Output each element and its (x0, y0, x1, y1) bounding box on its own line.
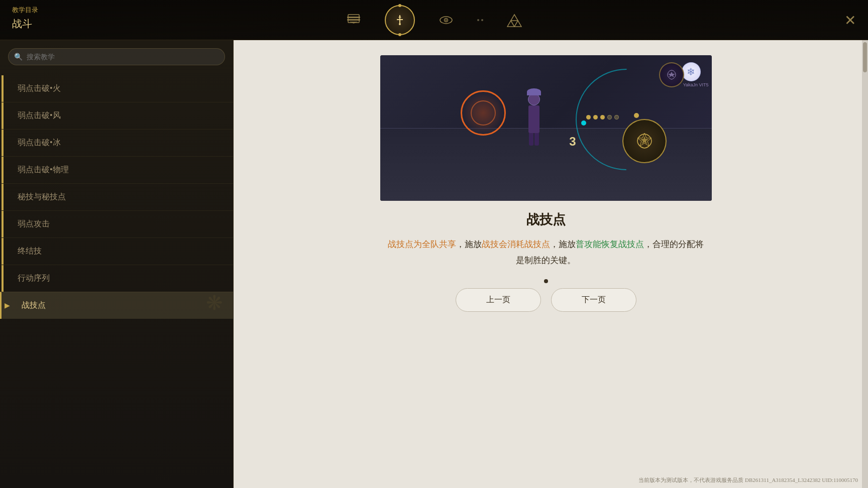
menu-item-border (2, 102, 4, 129)
books-nav-icon[interactable] (343, 9, 365, 31)
menu-item-skill[interactable]: 秘技与秘技点 (0, 183, 233, 210)
skill-dot-2 (593, 115, 598, 119)
menu-item-border (2, 157, 4, 183)
char-legs (529, 133, 539, 146)
tutorial-image: 3 ❄ YakaJn VIT5 (380, 55, 712, 201)
skill-dots-row (586, 115, 619, 119)
point-dot-cyan (581, 120, 586, 126)
search-icon: 🔍 (14, 53, 23, 61)
skill-dot-3 (600, 115, 605, 119)
menu-item-ult[interactable]: 终结技 (0, 237, 233, 265)
content-text: 战技点为全队共享，施放战技会消耗战技点，施放普攻能恢复战技点，合理的分配将是制胜… (385, 236, 707, 269)
menu-item-label: 弱点击破•火 (14, 83, 61, 94)
category-label: 教学目录 (12, 6, 38, 14)
menu-item-physical[interactable]: 弱点击破•物理 (0, 156, 233, 183)
version-info: 当前版本为测试版本，不代表游戏服务品质 DB261311_A3182354_L3… (638, 476, 858, 484)
char-body (528, 105, 539, 133)
menu-item-weak-attack[interactable]: 弱点攻击 (0, 210, 233, 237)
menu-item-label: 弱点攻击 (14, 219, 50, 229)
menu-item-skill-point[interactable]: ▶ 战技点 ❋ (0, 292, 233, 319)
menu-item-label: 秘技与秘技点 (14, 192, 66, 202)
menu-item-ice[interactable]: 弱点击破•冰 (0, 129, 233, 156)
skill-circle (622, 119, 667, 163)
prev-button[interactable]: 上一页 (456, 288, 541, 312)
top-bar: 教学目录 战斗 (0, 0, 868, 40)
page-indicators (544, 279, 548, 283)
nav-icon-group (343, 5, 525, 35)
menu-item-fire[interactable]: 弱点击破•火 (0, 75, 233, 102)
char-avatar (659, 62, 684, 87)
menu-item-label: 行动序列 (14, 273, 50, 284)
page-dot-1 (544, 279, 548, 283)
sidebar: 🔍 弱点击破•火 弱点击破•风 弱点击破•冰 弱点击破•物理 (0, 40, 234, 488)
char-hair (527, 88, 541, 95)
close-button[interactable]: ✕ (844, 12, 856, 28)
text-normal-restore: 普攻能恢复战技点 (576, 239, 644, 249)
search-box: 🔍 (8, 48, 225, 65)
scrollbar-thumb[interactable] (863, 42, 867, 72)
snowflake-icon: ❄ (687, 66, 695, 78)
svg-rect-1 (347, 19, 360, 21)
text-comma1: ，施放 (456, 239, 482, 249)
skill-icon-svg (633, 130, 656, 152)
menu-item-label: 弱点击破•物理 (14, 165, 69, 175)
menu-item-action-order[interactable]: 行动序列 (0, 265, 233, 292)
search-input[interactable] (8, 48, 225, 65)
breadcrumb: 教学目录 战斗 (12, 5, 38, 32)
scrollbar-track[interactable] (862, 40, 868, 488)
menu-item-border (2, 130, 4, 156)
menu-item-label: 弱点击破•风 (14, 110, 61, 121)
text-comma2: ，施放 (550, 239, 576, 249)
menu-item-border (2, 265, 4, 292)
next-button[interactable]: 下一页 (551, 288, 636, 312)
menu-item-wind[interactable]: 弱点击破•风 (0, 102, 233, 129)
menu-item-active-arrow: ▶ (5, 301, 10, 310)
char-avatar-icon (665, 68, 678, 81)
menu-item-border (2, 184, 4, 210)
nav-separator (477, 19, 483, 21)
point-dot-gold (634, 113, 639, 118)
text-shared-label: 战技点为全队共享 (388, 239, 456, 249)
menu-item-border (2, 211, 4, 237)
menu-item-watermark: ❋ (206, 291, 223, 315)
eye-nav-icon[interactable] (435, 9, 457, 31)
triforce-nav-icon[interactable] (503, 9, 525, 31)
skill-count: 3 (569, 135, 576, 149)
text-skill-consume: 战技会消耗战技点 (482, 239, 550, 249)
content-panel: 3 ❄ YakaJn VIT5 (234, 40, 868, 488)
sword-nav-icon[interactable] (385, 5, 415, 35)
character-figure (527, 86, 541, 146)
svg-point-7 (399, 23, 401, 25)
svg-marker-12 (507, 21, 514, 27)
skill-dot-5 (614, 115, 619, 119)
target-inner-circle (471, 100, 496, 126)
svg-marker-13 (514, 21, 521, 27)
game-scene: 3 ❄ YakaJn VIT5 (380, 55, 712, 201)
content-title: 战技点 (526, 211, 566, 228)
menu-item-border (2, 75, 4, 102)
skill-dot-4 (607, 115, 612, 119)
menu-item-label: 弱点击破•冰 (14, 138, 61, 148)
svg-marker-11 (511, 15, 518, 21)
page-title: 战斗 (12, 16, 38, 32)
menu-item-border (2, 238, 4, 265)
skill-dot-1 (586, 115, 591, 119)
menu-list: 弱点击破•火 弱点击破•风 弱点击破•冰 弱点击破•物理 秘技与秘技点 (0, 73, 233, 488)
svg-rect-0 (347, 17, 360, 18)
menu-item-label: 战技点 (14, 300, 46, 311)
menu-item-label: 终结技 (14, 246, 42, 257)
nav-buttons: 上一页 下一页 (456, 288, 636, 312)
main-content: 🔍 弱点击破•火 弱点击破•风 弱点击破•冰 弱点击破•物理 (0, 40, 868, 488)
svg-rect-2 (348, 15, 359, 23)
snowflake-badge: ❄ (682, 62, 701, 81)
content-inner: 3 ❄ YakaJn VIT5 (234, 40, 868, 488)
svg-point-10 (446, 19, 447, 21)
avatar-label: YakaJn VIT5 (683, 82, 709, 87)
